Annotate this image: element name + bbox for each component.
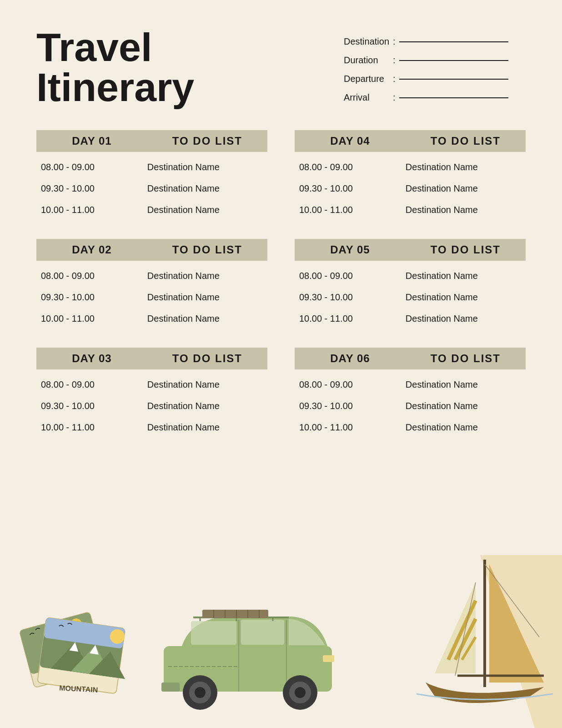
time-slot: 10.00 - 11.00 xyxy=(295,313,406,324)
time-slot: 08.00 - 09.00 xyxy=(36,162,147,172)
svg-rect-17 xyxy=(241,620,284,645)
time-slot: 08.00 - 09.00 xyxy=(295,162,406,172)
day-04-label: DAY 04 xyxy=(295,135,406,147)
day-03-label: DAY 03 xyxy=(36,352,147,365)
day-02-label: DAY 02 xyxy=(36,243,147,256)
time-slot: 09.30 - 10.00 xyxy=(295,183,406,194)
table-row: 08.00 - 09.00 Destination Name xyxy=(295,374,526,395)
day-05-label: DAY 05 xyxy=(295,243,406,256)
destination-name: Destination Name xyxy=(406,271,526,281)
table-row: 10.00 - 11.00 Destination Name xyxy=(295,199,526,221)
table-row: 10.00 - 11.00 Destination Name xyxy=(36,308,267,329)
time-slot: 09.30 - 10.00 xyxy=(295,401,406,411)
day-02-section: DAY 02 TO DO LIST 08.00 - 09.00 Destinat… xyxy=(36,239,267,329)
day-06-header: DAY 06 TO DO LIST xyxy=(295,348,526,369)
table-row: 10.00 - 11.00 Destination Name xyxy=(36,199,267,221)
destination-name: Destination Name xyxy=(406,401,526,411)
destination-name: Destination Name xyxy=(406,313,526,324)
info-block: Destination : Duration : Departure : Arr… xyxy=(344,27,526,103)
destination-colon: : xyxy=(393,36,396,47)
day-03-todo: TO DO LIST xyxy=(147,352,267,365)
time-slot: 10.00 - 11.00 xyxy=(295,422,406,433)
car-illustration xyxy=(155,592,346,719)
title: Travel Itinerary xyxy=(36,27,194,107)
photo-cards-illustration: MOUNTAIN xyxy=(14,564,159,728)
arrival-line xyxy=(399,97,508,98)
days-grid: DAY 01 TO DO LIST 08.00 - 09.00 Destinat… xyxy=(36,130,526,438)
day-01-todo: TO DO LIST xyxy=(147,135,267,147)
duration-colon: : xyxy=(393,55,396,66)
table-row: 09.30 - 10.00 Destination Name xyxy=(36,287,267,308)
destination-name: Destination Name xyxy=(147,205,267,215)
day-04-section: DAY 04 TO DO LIST 08.00 - 09.00 Destinat… xyxy=(295,130,526,221)
destination-name: Destination Name xyxy=(147,292,267,303)
arrival-row: Arrival : xyxy=(344,92,526,103)
svg-point-38 xyxy=(295,687,306,698)
day-05-section: DAY 05 TO DO LIST 08.00 - 09.00 Destinat… xyxy=(295,239,526,329)
header: Travel Itinerary Destination : Duration … xyxy=(36,27,526,107)
destination-label: Destination xyxy=(344,36,389,47)
duration-row: Duration : xyxy=(344,55,526,66)
time-slot: 10.00 - 11.00 xyxy=(36,313,147,324)
destination-name: Destination Name xyxy=(147,271,267,281)
boat-illustration xyxy=(389,555,562,728)
time-slot: 09.30 - 10.00 xyxy=(36,292,147,303)
destination-name: Destination Name xyxy=(406,422,526,433)
arrival-label: Arrival xyxy=(344,92,389,103)
bottom-illustration: MOUNTAIN xyxy=(0,555,562,728)
time-slot: 08.00 - 09.00 xyxy=(36,379,147,390)
svg-rect-18 xyxy=(191,621,236,645)
destination-name: Destination Name xyxy=(147,379,267,390)
time-slot: 09.30 - 10.00 xyxy=(36,183,147,194)
day-03-section: DAY 03 TO DO LIST 08.00 - 09.00 Destinat… xyxy=(36,348,267,438)
day-04-header: DAY 04 TO DO LIST xyxy=(295,130,526,152)
svg-text:MOUNTAIN: MOUNTAIN xyxy=(59,684,98,693)
destination-row: Destination : xyxy=(344,36,526,47)
boat-svg xyxy=(389,555,562,728)
time-slot: 08.00 - 09.00 xyxy=(295,379,406,390)
destination-name: Destination Name xyxy=(147,422,267,433)
destination-name: Destination Name xyxy=(147,162,267,172)
page: Travel Itinerary Destination : Duration … xyxy=(0,0,562,728)
day-01-section: DAY 01 TO DO LIST 08.00 - 09.00 Destinat… xyxy=(36,130,267,221)
table-row: 10.00 - 11.00 Destination Name xyxy=(295,417,526,438)
table-row: 09.30 - 10.00 Destination Name xyxy=(36,178,267,199)
table-row: 08.00 - 09.00 Destination Name xyxy=(36,265,267,287)
title-block: Travel Itinerary xyxy=(36,27,194,107)
day-01-header: DAY 01 TO DO LIST xyxy=(36,130,267,152)
time-slot: 08.00 - 09.00 xyxy=(36,271,147,281)
table-row: 09.30 - 10.00 Destination Name xyxy=(295,287,526,308)
day-06-todo: TO DO LIST xyxy=(406,352,526,365)
time-slot: 10.00 - 11.00 xyxy=(36,422,147,433)
departure-row: Departure : xyxy=(344,74,526,84)
day-02-todo: TO DO LIST xyxy=(147,243,267,256)
day-05-header: DAY 05 TO DO LIST xyxy=(295,239,526,261)
table-row: 09.30 - 10.00 Destination Name xyxy=(36,395,267,417)
duration-label: Duration xyxy=(344,55,389,66)
day-06-label: DAY 06 xyxy=(295,352,406,365)
departure-label: Departure xyxy=(344,74,389,84)
time-slot: 10.00 - 11.00 xyxy=(295,205,406,215)
table-row: 09.30 - 10.00 Destination Name xyxy=(295,395,526,417)
mountain-cards-svg: MOUNTAIN xyxy=(14,564,159,728)
destination-name: Destination Name xyxy=(147,401,267,411)
day-05-todo: TO DO LIST xyxy=(406,243,526,256)
table-row: 08.00 - 09.00 Destination Name xyxy=(295,157,526,178)
destination-name: Destination Name xyxy=(406,205,526,215)
table-row: 10.00 - 11.00 Destination Name xyxy=(295,308,526,329)
day-06-section: DAY 06 TO DO LIST 08.00 - 09.00 Destinat… xyxy=(295,348,526,438)
destination-line xyxy=(399,41,508,42)
duration-line xyxy=(399,60,508,61)
departure-colon: : xyxy=(393,74,396,84)
time-slot: 09.30 - 10.00 xyxy=(295,292,406,303)
svg-rect-39 xyxy=(323,655,334,662)
table-row: 10.00 - 11.00 Destination Name xyxy=(36,417,267,438)
table-row: 09.30 - 10.00 Destination Name xyxy=(295,178,526,199)
table-row: 08.00 - 09.00 Destination Name xyxy=(36,157,267,178)
destination-name: Destination Name xyxy=(406,162,526,172)
day-03-header: DAY 03 TO DO LIST xyxy=(36,348,267,369)
destination-name: Destination Name xyxy=(406,379,526,390)
arrival-colon: : xyxy=(393,92,396,103)
svg-rect-40 xyxy=(161,682,180,692)
svg-point-35 xyxy=(195,687,206,698)
